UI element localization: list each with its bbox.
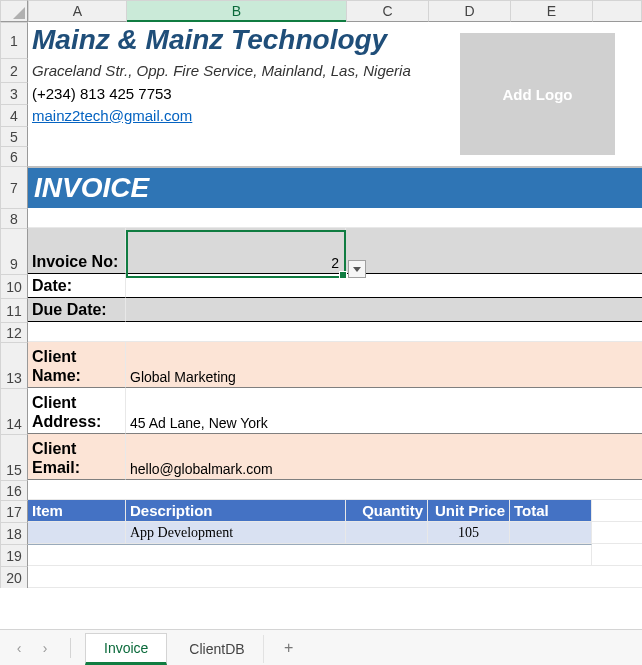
row-header-14[interactable]: 14 [0, 388, 28, 434]
th-quantity[interactable]: Quantity [346, 500, 428, 522]
col-header-C[interactable]: C [346, 0, 428, 22]
row-header-6[interactable]: 6 [0, 146, 28, 166]
tab-next-button[interactable]: › [34, 637, 56, 659]
cell-f18[interactable] [592, 522, 642, 544]
row-header-16[interactable]: 16 [0, 480, 28, 500]
col-header-overflow[interactable] [592, 0, 642, 22]
cell-f17[interactable] [592, 500, 642, 522]
row-header-8[interactable]: 8 [0, 208, 28, 228]
row-header-13[interactable]: 13 [0, 342, 28, 388]
select-all-corner[interactable] [0, 0, 28, 22]
row-header-5[interactable]: 5 [0, 126, 28, 146]
cell-c9[interactable] [346, 228, 642, 274]
cell-a8[interactable] [28, 208, 642, 228]
cell-a19[interactable] [28, 544, 592, 566]
invoice-banner[interactable]: INVOICE [28, 166, 642, 208]
row-header-18[interactable]: 18 [0, 522, 28, 544]
cell-a20[interactable] [28, 566, 642, 588]
col-header-D[interactable]: D [428, 0, 510, 22]
td-description[interactable]: App Development [126, 522, 346, 544]
row-header-12[interactable]: 12 [0, 322, 28, 342]
label-client-address[interactable]: Client Address: [28, 388, 126, 434]
cell-a12[interactable] [28, 322, 642, 342]
label-client-email[interactable]: Client Email: [28, 434, 126, 480]
tab-prev-button[interactable]: ‹ [8, 637, 30, 659]
td-quantity[interactable] [346, 522, 428, 544]
row-header-9[interactable]: 9 [0, 228, 28, 274]
col-header-E[interactable]: E [510, 0, 592, 22]
label-client-name[interactable]: Client Name: [28, 342, 126, 388]
row-header-3[interactable]: 3 [0, 82, 28, 104]
value-due-date[interactable] [126, 298, 642, 322]
th-unit-price[interactable]: Unit Price [428, 500, 510, 522]
tab-separator [70, 638, 71, 658]
value-invoice-no[interactable]: 2 [126, 228, 346, 274]
label-due-date[interactable]: Due Date: [28, 298, 126, 322]
col-header-B[interactable]: B [126, 0, 346, 22]
sheet-tab-invoice[interactable]: Invoice [85, 633, 167, 665]
col-header-A[interactable]: A [28, 0, 126, 22]
row-header-1[interactable]: 1 [0, 22, 28, 58]
row-header-7[interactable]: 7 [0, 166, 28, 208]
cell-f19[interactable] [592, 544, 642, 566]
td-total[interactable] [510, 522, 592, 544]
value-date[interactable] [126, 274, 642, 298]
label-date[interactable]: Date: [28, 274, 126, 298]
th-description[interactable]: Description [126, 500, 346, 522]
value-client-name[interactable]: Global Marketing [126, 342, 642, 388]
logo-placeholder[interactable]: Add Logo [460, 33, 615, 155]
row-header-15[interactable]: 15 [0, 434, 28, 480]
th-total[interactable]: Total [510, 500, 592, 522]
row-header-2[interactable]: 2 [0, 58, 28, 82]
row-header-17[interactable]: 17 [0, 500, 28, 522]
row-header-4[interactable]: 4 [0, 104, 28, 126]
td-item[interactable] [28, 522, 126, 544]
add-sheet-button[interactable]: + [278, 637, 300, 659]
sheet-tab-clientdb[interactable]: ClientDB [171, 635, 263, 663]
td-unit-price[interactable]: 105 [428, 522, 510, 544]
row-header-11[interactable]: 11 [0, 298, 28, 322]
th-item[interactable]: Item [28, 500, 126, 522]
row-header-10[interactable]: 10 [0, 274, 28, 298]
row-header-20[interactable]: 20 [0, 566, 28, 588]
cell-a16[interactable] [28, 480, 642, 500]
value-client-email[interactable]: hello@globalmark.com [126, 434, 642, 480]
label-invoice-no[interactable]: Invoice No: [28, 228, 126, 274]
sheet-tab-bar: ‹ › Invoice ClientDB + [0, 629, 642, 665]
data-validation-dropdown[interactable] [348, 260, 366, 278]
row-header-19[interactable]: 19 [0, 544, 28, 566]
value-client-address[interactable]: 45 Ad Lane, New York [126, 388, 642, 434]
